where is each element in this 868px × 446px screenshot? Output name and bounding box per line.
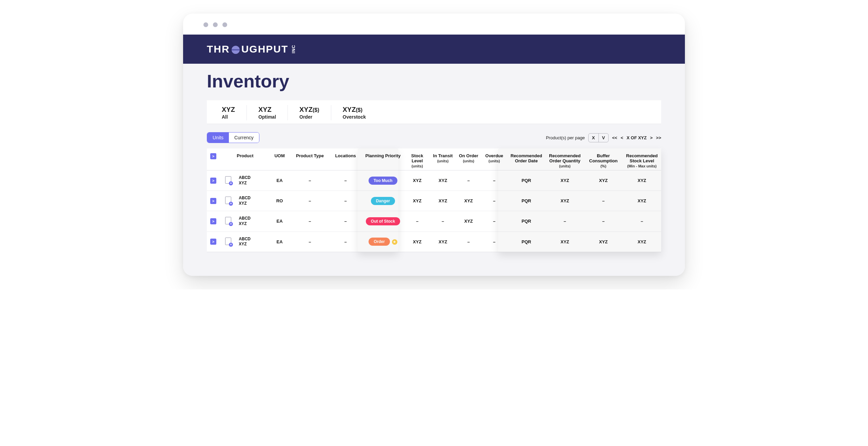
cell-overdue: – [481, 191, 507, 211]
cell-uom: EA [269, 211, 290, 231]
window-dot [213, 22, 218, 27]
col-product-header[interactable]: Product [237, 148, 269, 170]
expand-row-button[interactable]: > [210, 178, 216, 184]
pager-first[interactable]: << [612, 135, 617, 140]
cell-transit: – [430, 211, 456, 231]
table-row: >ABCDXYZEA––Order★XYZXYZ––PQRXYZXYZXYZ [207, 231, 661, 252]
globe-icon [232, 46, 240, 54]
col-priority-header[interactable]: Planning Priority [361, 148, 404, 170]
add-note-icon[interactable] [225, 217, 231, 224]
cell-transit: XYZ [430, 231, 456, 252]
col-recstock-header[interactable]: Recommended Stock Level(Min - Max units) [623, 148, 661, 170]
window-controls [183, 14, 685, 35]
cell-uom: RO [269, 191, 290, 211]
pagination: Product(s) per page X V << < X OF XYZ > … [546, 133, 661, 142]
col-onorder-header[interactable]: On Order(units) [456, 148, 481, 170]
star-icon: ★ [392, 239, 397, 245]
cell-recstock: XYZ [623, 191, 661, 211]
col-recqty-header[interactable]: Recommended Order Quantity(units) [546, 148, 584, 170]
col-ptype-header[interactable]: Product Type [290, 148, 330, 170]
priority-badge: Too Much [369, 177, 398, 185]
summary-optimal: XYZ Optimal [247, 105, 288, 120]
priority-badge: Out of Stock [366, 217, 400, 225]
pager-prev[interactable]: < [620, 135, 623, 140]
window-dot [222, 22, 227, 27]
cell-recdate: PQR [507, 191, 546, 211]
pager-next[interactable]: > [650, 135, 653, 140]
cell-onorder: XYZ [456, 211, 481, 231]
page-body: Inventory XYZ All XYZ Optimal XYZ($) Ord… [183, 64, 685, 276]
toggle-currency[interactable]: Currency [229, 133, 259, 143]
logo-text-post: UGHPUT [241, 43, 289, 55]
cell-recstock: XYZ [623, 170, 661, 191]
cell-recqty: XYZ [546, 231, 584, 252]
cell-onorder: – [456, 170, 481, 191]
cell-transit: XYZ [430, 170, 456, 191]
cell-ptype: – [290, 211, 330, 231]
expand-row-button[interactable]: > [210, 198, 216, 204]
cell-product: ABCDXYZ [237, 211, 269, 231]
cell-locations: – [330, 170, 362, 191]
cell-recqty: – [546, 211, 584, 231]
cell-recdate: PQR [507, 211, 546, 231]
col-overdue-header[interactable]: Overdue(units) [481, 148, 507, 170]
add-note-icon[interactable] [225, 238, 231, 245]
browser-frame: THR UGHPUT INC Inventory XYZ All XYZ Opt… [183, 14, 685, 276]
cell-locations: – [330, 191, 362, 211]
cell-uom: EA [269, 170, 290, 191]
cell-product: ABCDXYZ [237, 170, 269, 191]
cell-locations: – [330, 211, 362, 231]
add-note-icon[interactable] [225, 176, 231, 184]
cell-priority: Order★ [361, 231, 404, 252]
cell-overdue: – [481, 231, 507, 252]
cell-stock: – [405, 211, 430, 231]
perpage-select[interactable]: X V [588, 133, 609, 142]
summary-order: XYZ($) Order [288, 105, 331, 120]
cell-recstock: XYZ [623, 231, 661, 252]
cell-overdue: – [481, 211, 507, 231]
inventory-table: > Product UOM Product Type Locations Pla… [207, 148, 661, 252]
units-currency-toggle: Units Currency [207, 132, 259, 143]
expand-all-button[interactable]: > [210, 153, 216, 159]
expand-row-button[interactable]: > [210, 239, 216, 245]
cell-ptype: – [290, 170, 330, 191]
inventory-table-wrap: > Product UOM Product Type Locations Pla… [207, 148, 661, 252]
col-locations-header[interactable]: Locations [330, 148, 362, 170]
cell-recqty: XYZ [546, 191, 584, 211]
summary-card: XYZ All XYZ Optimal XYZ($) Order XYZ($) … [207, 100, 661, 124]
cell-buffer: – [584, 211, 623, 231]
cell-recstock: – [623, 211, 661, 231]
cell-stock: XYZ [405, 191, 430, 211]
summary-overstock: XYZ($) Overstock [331, 105, 377, 120]
perpage-label: Product(s) per page [546, 135, 585, 140]
pager-last[interactable]: >> [656, 135, 661, 140]
cell-priority: Too Much [361, 170, 404, 191]
cell-onorder: – [456, 231, 481, 252]
cell-uom: EA [269, 231, 290, 252]
priority-badge: Danger [371, 197, 395, 205]
cell-priority: Danger [361, 191, 404, 211]
page-title: Inventory [183, 64, 685, 100]
col-stock-header[interactable]: Stock Level(units) [405, 148, 430, 170]
logo-text-pre: THR [207, 43, 230, 55]
table-row: >ABCDXYZEA––Too MuchXYZXYZ––PQRXYZXYZXYZ [207, 170, 661, 191]
col-icon-header [220, 148, 237, 170]
cell-recdate: PQR [507, 231, 546, 252]
cell-stock: XYZ [405, 231, 430, 252]
col-uom-header[interactable]: UOM [269, 148, 290, 170]
cell-priority: Out of Stock [361, 211, 404, 231]
chevron-down-icon: V [599, 134, 609, 142]
cell-ptype: – [290, 191, 330, 211]
col-recdate-header[interactable]: Recommended Order Date [507, 148, 546, 170]
add-note-icon[interactable] [225, 197, 231, 204]
col-buffer-header[interactable]: Buffer Consumption(%) [584, 148, 623, 170]
window-dot [203, 22, 208, 27]
col-transit-header[interactable]: In Transit(units) [430, 148, 456, 170]
cell-product: ABCDXYZ [237, 231, 269, 252]
controls-row: Units Currency Product(s) per page X V <… [207, 129, 661, 146]
expand-row-button[interactable]: > [210, 218, 216, 224]
cell-product: ABCDXYZ [237, 191, 269, 211]
brand-logo: THR UGHPUT INC [207, 43, 661, 55]
toggle-units[interactable]: Units [207, 133, 229, 143]
cell-onorder: XYZ [456, 191, 481, 211]
